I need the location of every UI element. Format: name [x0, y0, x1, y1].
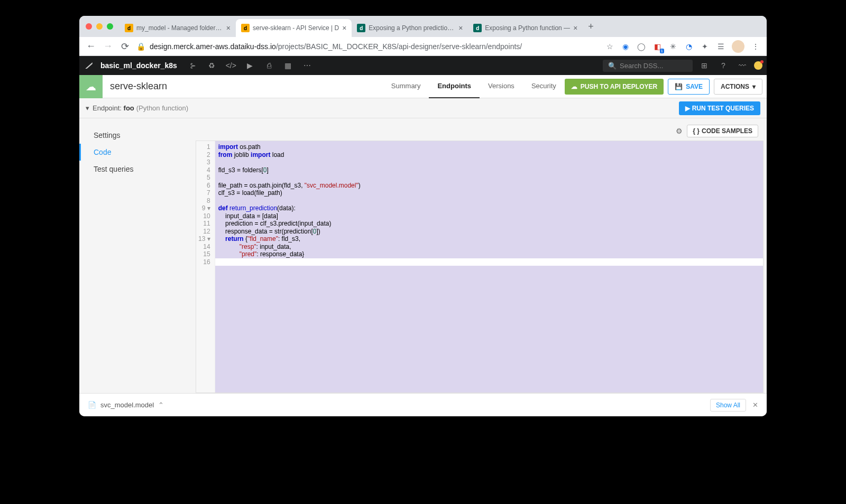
code-content[interactable]: import os.pathfrom joblib import load fl…	[215, 141, 763, 393]
ext-icon-5[interactable]: ◔	[684, 42, 694, 51]
code-line[interactable]: file_path = os.path.join(fld_s3, "svc_mo…	[215, 182, 763, 190]
ext-icon-2[interactable]: ◯	[637, 42, 646, 51]
code-line[interactable]	[215, 174, 763, 182]
activity-icon[interactable]: 〰	[735, 58, 750, 73]
recycle-icon[interactable]: ♻	[205, 58, 219, 73]
play-icon[interactable]: ▶	[243, 58, 258, 73]
extensions-icon[interactable]: ✦	[700, 42, 710, 51]
reading-list-icon[interactable]: ☰	[716, 42, 725, 51]
tab-title: my_model - Managed folder | D	[136, 24, 223, 32]
code-line[interactable]: fld_s3 = folders[0]	[215, 166, 763, 174]
push-to-deployer-button[interactable]: ☁ PUSH TO API DEPLOYER	[565, 79, 664, 95]
help-icon[interactable]: ?	[716, 58, 731, 73]
endpoint-bar: ▾ Endpoint: foo (Python function) ▶ RUN …	[79, 98, 767, 118]
gear-icon[interactable]: ⚙	[676, 127, 683, 135]
line-number: 4	[198, 166, 210, 174]
code-line[interactable]: clf_s3 = load(file_path)	[215, 189, 763, 197]
minimize-window-icon[interactable]	[96, 23, 103, 30]
browser-tab[interactable]: dExposing a Python function —×	[468, 19, 583, 37]
tab-close-icon[interactable]: ×	[226, 24, 231, 32]
tab-summary[interactable]: Summary	[383, 75, 429, 98]
back-button[interactable]: ←	[86, 41, 96, 52]
code-samples-button[interactable]: { } CODE SAMPLES	[687, 125, 758, 137]
sidebar-item-settings[interactable]: Settings	[79, 127, 196, 144]
tab-endpoints[interactable]: Endpoints	[429, 75, 480, 98]
tab-close-icon[interactable]: ×	[573, 24, 577, 32]
code-editor[interactable]: 123456789 ▾10111213 ▾141516 import os.pa…	[196, 141, 764, 393]
more-icon[interactable]: ⋯	[300, 58, 315, 73]
chevron-up-icon[interactable]: ⌃	[158, 401, 164, 409]
show-all-button[interactable]: Show All	[710, 399, 746, 412]
favicon-icon: d	[357, 24, 365, 32]
editor-pane: ⚙ { } CODE SAMPLES 123456789 ▾10111213 ▾…	[196, 118, 767, 393]
forward-button[interactable]: →	[103, 41, 113, 52]
profile-avatar[interactable]	[732, 40, 744, 53]
star-icon[interactable]: ☆	[605, 42, 614, 51]
apps-icon[interactable]: ⊞	[697, 58, 712, 73]
browser-tab[interactable]: dserve-sklearn - API Service | D×	[236, 19, 352, 37]
tab-close-icon[interactable]: ×	[458, 24, 463, 32]
line-number: 14	[198, 243, 210, 251]
browser-tab[interactable]: dmy_model - Managed folder | D×	[119, 19, 236, 37]
code-line[interactable]: return {"fld_name": fld_s3,	[215, 235, 763, 243]
line-gutter: 123456789 ▾10111213 ▾141516	[196, 141, 215, 393]
code-line[interactable]	[215, 258, 763, 266]
url-host: design.merck.amer-aws.dataiku-dss.io	[150, 42, 276, 51]
code-line[interactable]	[215, 158, 763, 166]
line-number: 13 ▾	[198, 235, 210, 243]
code-line[interactable]	[215, 197, 763, 205]
endpoint-caret-icon[interactable]: ▾	[86, 104, 89, 112]
dss-logo-icon[interactable]	[84, 60, 94, 71]
tab-security[interactable]: Security	[523, 75, 565, 98]
search-placeholder: Search DSS...	[620, 62, 663, 70]
code-line[interactable]: from joblib import load	[215, 151, 763, 159]
close-window-icon[interactable]	[86, 23, 92, 30]
new-tab-button[interactable]: +	[583, 21, 599, 32]
file-icon: 📄	[88, 401, 96, 409]
address-bar: ← → ⟳ 🔒 design.merck.amer-aws.dataiku-ds…	[79, 37, 767, 56]
code-line[interactable]: prediction = clf_s3.predict(input_data)	[215, 220, 763, 228]
code-line[interactable]: def return_prediction(data):	[215, 204, 763, 212]
sidebar-item-test-queries[interactable]: Test queries	[79, 161, 196, 178]
maximize-window-icon[interactable]	[107, 23, 113, 30]
project-name[interactable]: basic_ml_docker_k8s	[100, 61, 177, 70]
tabs-container: dmy_model - Managed folder | D×dserve-sk…	[119, 16, 583, 37]
tab-versions[interactable]: Versions	[480, 75, 523, 98]
cloud-icon: ☁	[571, 83, 577, 90]
browser-tab[interactable]: dExposing a Python prediction m×	[352, 19, 468, 37]
line-number: 5	[198, 174, 210, 182]
tab-close-icon[interactable]: ×	[342, 24, 346, 32]
save-button[interactable]: 💾 SAVE	[668, 79, 710, 95]
download-filename[interactable]: svc_model.model	[100, 401, 154, 409]
dashboard-icon[interactable]: ⎙	[262, 58, 277, 73]
window-controls	[86, 23, 113, 30]
line-number: 7	[198, 189, 210, 197]
braces-icon: { }	[693, 127, 700, 135]
grid-icon[interactable]: ▦	[281, 58, 296, 73]
url-path: /projects/BASIC_ML_DOCKER_K8S/api-design…	[276, 42, 522, 51]
ext-icon-3[interactable]: ◧1	[652, 42, 662, 51]
notification-icon[interactable]	[754, 61, 762, 70]
flow-icon[interactable]: ⊱	[186, 58, 200, 73]
endpoint-name: foo	[124, 104, 134, 112]
code-icon[interactable]: </>	[224, 58, 238, 73]
code-line[interactable]: import os.path	[215, 143, 763, 151]
run-test-queries-button[interactable]: ▶ RUN TEST QUERIES	[679, 101, 760, 115]
actions-button[interactable]: ACTIONS ▾	[714, 79, 762, 95]
ext-icon-1[interactable]: ◉	[621, 42, 630, 51]
close-downloads-icon[interactable]: ✕	[752, 401, 758, 409]
sidebar-item-code[interactable]: Code	[79, 144, 196, 161]
endpoint-label: Endpoint:	[93, 104, 122, 112]
code-line[interactable]: "pred": response_data}	[215, 250, 763, 258]
play-icon: ▶	[685, 105, 690, 112]
ext-icon-4[interactable]: ✳	[668, 42, 678, 51]
line-number: 6	[198, 182, 210, 190]
dss-search[interactable]: 🔍 Search DSS...	[603, 60, 693, 72]
code-line[interactable]: input_data = [data]	[215, 212, 763, 220]
reload-button[interactable]: ⟳	[119, 41, 130, 52]
url-field[interactable]: 🔒 design.merck.amer-aws.dataiku-dss.io/p…	[136, 42, 599, 51]
chrome-menu-icon[interactable]: ⋮	[751, 42, 760, 51]
code-line[interactable]: response_data = str(prediction[0])	[215, 228, 763, 236]
code-line[interactable]: "resp": input_data,	[215, 243, 763, 251]
line-number: 15	[198, 250, 210, 258]
